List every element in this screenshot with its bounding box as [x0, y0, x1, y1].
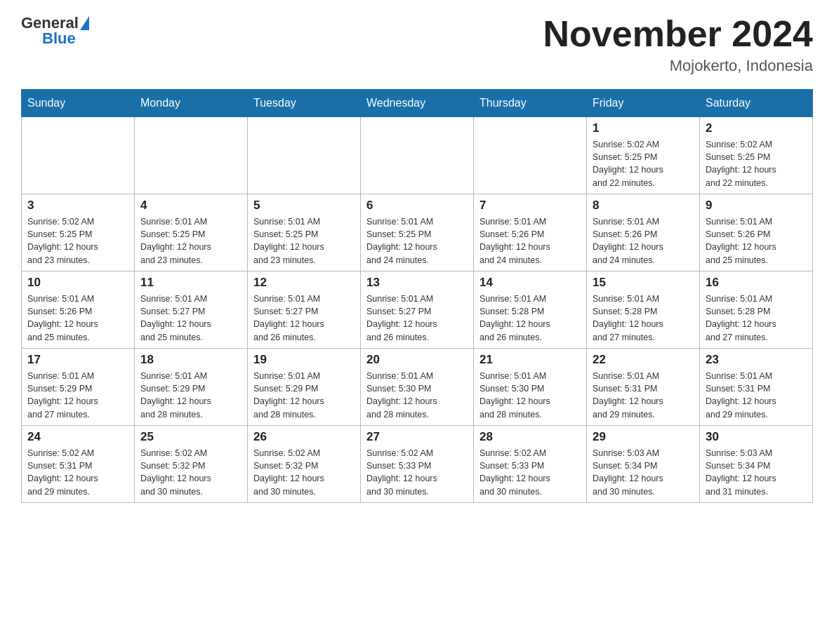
calendar-cell: [22, 117, 135, 194]
calendar-cell: 5Sunrise: 5:01 AM Sunset: 5:25 PM Daylig…: [248, 194, 361, 271]
day-info: Sunrise: 5:01 AM Sunset: 5:26 PM Dayligh…: [479, 215, 581, 267]
calendar-cell: [474, 117, 587, 194]
day-number: 8: [593, 199, 694, 213]
day-number: 22: [593, 353, 694, 367]
calendar-cell: 19Sunrise: 5:01 AM Sunset: 5:29 PM Dayli…: [248, 349, 361, 426]
day-number: 24: [27, 430, 128, 444]
day-info: Sunrise: 5:02 AM Sunset: 5:32 PM Dayligh…: [253, 447, 355, 498]
calendar-cell: 11Sunrise: 5:01 AM Sunset: 5:27 PM Dayli…: [135, 271, 248, 349]
day-number: 27: [366, 430, 468, 444]
day-number: 25: [140, 430, 241, 444]
calendar-table: SundayMondayTuesdayWednesdayThursdayFrid…: [21, 89, 813, 503]
day-info: Sunrise: 5:01 AM Sunset: 5:31 PM Dayligh…: [593, 370, 694, 421]
day-number: 17: [27, 353, 128, 367]
day-header-wednesday: Wednesday: [361, 90, 474, 117]
day-number: 29: [593, 430, 694, 444]
calendar-cell: 1Sunrise: 5:02 AM Sunset: 5:25 PM Daylig…: [587, 117, 700, 194]
logo: General Blue: [21, 14, 89, 48]
day-info: Sunrise: 5:01 AM Sunset: 5:30 PM Dayligh…: [479, 370, 581, 421]
day-info: Sunrise: 5:01 AM Sunset: 5:26 PM Dayligh…: [593, 215, 694, 267]
day-number: 4: [140, 199, 241, 213]
day-info: Sunrise: 5:03 AM Sunset: 5:34 PM Dayligh…: [593, 447, 694, 498]
day-info: Sunrise: 5:01 AM Sunset: 5:27 PM Dayligh…: [366, 293, 468, 344]
day-info: Sunrise: 5:02 AM Sunset: 5:33 PM Dayligh…: [366, 447, 468, 498]
calendar-cell: 12Sunrise: 5:01 AM Sunset: 5:27 PM Dayli…: [248, 271, 361, 349]
calendar-cell: 22Sunrise: 5:01 AM Sunset: 5:31 PM Dayli…: [587, 349, 700, 426]
day-info: Sunrise: 5:01 AM Sunset: 5:29 PM Dayligh…: [140, 370, 241, 421]
day-number: 6: [366, 199, 468, 213]
day-info: Sunrise: 5:01 AM Sunset: 5:26 PM Dayligh…: [27, 293, 128, 344]
day-info: Sunrise: 5:02 AM Sunset: 5:25 PM Dayligh…: [593, 138, 694, 189]
day-number: 30: [706, 430, 807, 444]
week-row-2: 3Sunrise: 5:02 AM Sunset: 5:25 PM Daylig…: [22, 194, 813, 271]
title-section: November 2024 Mojokerto, Indonesia: [543, 14, 813, 75]
calendar-cell: 10Sunrise: 5:01 AM Sunset: 5:26 PM Dayli…: [22, 271, 135, 349]
day-number: 7: [479, 199, 581, 213]
calendar-cell: 18Sunrise: 5:01 AM Sunset: 5:29 PM Dayli…: [135, 349, 248, 426]
day-header-friday: Friday: [587, 90, 700, 117]
day-info: Sunrise: 5:01 AM Sunset: 5:25 PM Dayligh…: [253, 215, 355, 267]
logo-blue-text: Blue: [42, 29, 76, 48]
calendar-cell: 16Sunrise: 5:01 AM Sunset: 5:28 PM Dayli…: [700, 271, 813, 349]
day-number: 12: [253, 276, 355, 290]
day-info: Sunrise: 5:01 AM Sunset: 5:25 PM Dayligh…: [366, 215, 468, 267]
day-info: Sunrise: 5:01 AM Sunset: 5:27 PM Dayligh…: [253, 293, 355, 344]
day-info: Sunrise: 5:01 AM Sunset: 5:28 PM Dayligh…: [479, 293, 581, 344]
day-number: 1: [593, 121, 694, 135]
calendar-cell: 28Sunrise: 5:02 AM Sunset: 5:33 PM Dayli…: [474, 426, 587, 503]
day-info: Sunrise: 5:01 AM Sunset: 5:30 PM Dayligh…: [366, 370, 468, 421]
day-number: 9: [706, 199, 807, 213]
calendar-cell: 8Sunrise: 5:01 AM Sunset: 5:26 PM Daylig…: [587, 194, 700, 271]
calendar-cell: 7Sunrise: 5:01 AM Sunset: 5:26 PM Daylig…: [474, 194, 587, 271]
day-header-tuesday: Tuesday: [248, 90, 361, 117]
day-number: 16: [706, 276, 807, 290]
day-header-thursday: Thursday: [474, 90, 587, 117]
day-number: 5: [253, 199, 355, 213]
week-row-5: 24Sunrise: 5:02 AM Sunset: 5:31 PM Dayli…: [22, 426, 813, 503]
calendar-cell: 27Sunrise: 5:02 AM Sunset: 5:33 PM Dayli…: [361, 426, 474, 503]
day-info: Sunrise: 5:01 AM Sunset: 5:29 PM Dayligh…: [253, 370, 355, 421]
calendar-cell: [248, 117, 361, 194]
calendar-cell: 21Sunrise: 5:01 AM Sunset: 5:30 PM Dayli…: [474, 349, 587, 426]
calendar-cell: 25Sunrise: 5:02 AM Sunset: 5:32 PM Dayli…: [135, 426, 248, 503]
calendar-cell: 29Sunrise: 5:03 AM Sunset: 5:34 PM Dayli…: [587, 426, 700, 503]
day-info: Sunrise: 5:01 AM Sunset: 5:31 PM Dayligh…: [706, 370, 807, 421]
day-number: 21: [479, 353, 581, 367]
calendar-header-row: SundayMondayTuesdayWednesdayThursdayFrid…: [22, 90, 813, 117]
day-number: 14: [479, 276, 581, 290]
day-info: Sunrise: 5:01 AM Sunset: 5:26 PM Dayligh…: [706, 215, 807, 267]
calendar-cell: 3Sunrise: 5:02 AM Sunset: 5:25 PM Daylig…: [22, 194, 135, 271]
calendar-cell: 13Sunrise: 5:01 AM Sunset: 5:27 PM Dayli…: [361, 271, 474, 349]
calendar-cell: 26Sunrise: 5:02 AM Sunset: 5:32 PM Dayli…: [248, 426, 361, 503]
calendar-cell: 2Sunrise: 5:02 AM Sunset: 5:25 PM Daylig…: [700, 117, 813, 194]
logo-triangle-icon: [80, 16, 89, 30]
day-header-sunday: Sunday: [22, 90, 135, 117]
day-info: Sunrise: 5:01 AM Sunset: 5:28 PM Dayligh…: [593, 293, 694, 344]
day-number: 15: [593, 276, 694, 290]
calendar-cell: 4Sunrise: 5:01 AM Sunset: 5:25 PM Daylig…: [135, 194, 248, 271]
week-row-1: 1Sunrise: 5:02 AM Sunset: 5:25 PM Daylig…: [22, 117, 813, 194]
calendar-cell: [135, 117, 248, 194]
day-header-monday: Monday: [135, 90, 248, 117]
day-number: 3: [27, 199, 128, 213]
location-subtitle: Mojokerto, Indonesia: [543, 57, 813, 75]
calendar-cell: 20Sunrise: 5:01 AM Sunset: 5:30 PM Dayli…: [361, 349, 474, 426]
day-number: 26: [253, 430, 355, 444]
page-header: General Blue November 2024 Mojokerto, In…: [21, 14, 813, 75]
day-number: 19: [253, 353, 355, 367]
calendar-cell: 24Sunrise: 5:02 AM Sunset: 5:31 PM Dayli…: [22, 426, 135, 503]
day-info: Sunrise: 5:03 AM Sunset: 5:34 PM Dayligh…: [706, 447, 807, 498]
day-info: Sunrise: 5:02 AM Sunset: 5:32 PM Dayligh…: [140, 447, 241, 498]
day-info: Sunrise: 5:02 AM Sunset: 5:33 PM Dayligh…: [479, 447, 581, 498]
week-row-3: 10Sunrise: 5:01 AM Sunset: 5:26 PM Dayli…: [22, 271, 813, 349]
month-title: November 2024: [543, 14, 813, 54]
day-info: Sunrise: 5:02 AM Sunset: 5:25 PM Dayligh…: [706, 138, 807, 189]
day-info: Sunrise: 5:01 AM Sunset: 5:29 PM Dayligh…: [27, 370, 128, 421]
calendar-cell: 17Sunrise: 5:01 AM Sunset: 5:29 PM Dayli…: [22, 349, 135, 426]
calendar-cell: 14Sunrise: 5:01 AM Sunset: 5:28 PM Dayli…: [474, 271, 587, 349]
day-header-saturday: Saturday: [700, 90, 813, 117]
day-info: Sunrise: 5:01 AM Sunset: 5:28 PM Dayligh…: [706, 293, 807, 344]
day-number: 2: [706, 121, 807, 135]
calendar-cell: 9Sunrise: 5:01 AM Sunset: 5:26 PM Daylig…: [700, 194, 813, 271]
day-number: 20: [366, 353, 468, 367]
